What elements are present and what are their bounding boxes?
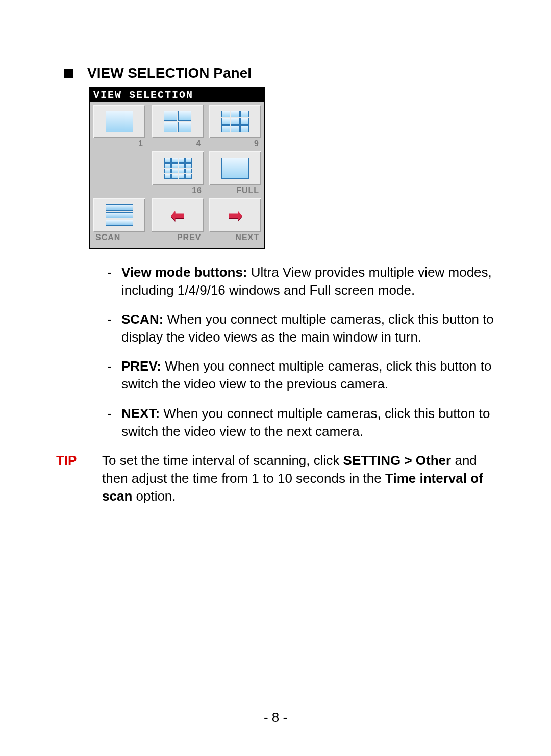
prev-button[interactable]: ⬅ [152, 198, 204, 232]
prev-cell: ⬅ PREV [152, 198, 204, 242]
view-16-button[interactable] [152, 151, 204, 185]
list-item: - SCAN: When you connect multiple camera… [107, 310, 500, 346]
prev-label: PREV [152, 232, 204, 242]
panel-title: VIEW SELECTION [90, 88, 264, 102]
panel-row-3: SCAN ⬅ PREV ➡ NEXT [93, 198, 261, 242]
list-item: - View mode buttons: Ultra View provides… [107, 264, 500, 299]
tip-post: option. [132, 488, 176, 504]
page-number: - 8 - [0, 710, 551, 725]
dash-bullet: - [107, 264, 121, 299]
list-item-body: View mode buttons: Ultra View provides m… [121, 264, 500, 299]
tip-body: To set the time interval of scanning, cl… [102, 452, 500, 505]
panel-body: 1 4 [90, 102, 264, 248]
item-bold: SCAN: [121, 311, 163, 327]
view-9-button[interactable] [209, 105, 261, 138]
next-cell: ➡ NEXT [209, 198, 261, 242]
list-item-body: PREV: When you connect multiple cameras,… [121, 357, 500, 393]
view-1-cell: 1 [93, 105, 145, 148]
arrow-right-icon: ➡ [228, 205, 242, 226]
scan-icon [106, 204, 133, 226]
view-full-cell: FULL [209, 151, 261, 195]
panel-row-2: 16 FULL [93, 151, 261, 195]
tip-label: TIP [56, 452, 102, 505]
bullet-square-icon [64, 69, 73, 78]
panel-row-1: 1 4 [93, 105, 261, 148]
scan-label: SCAN [93, 232, 145, 242]
next-button[interactable]: ➡ [209, 198, 261, 232]
tip-pre: To set the time interval of scanning, cl… [102, 453, 343, 468]
item-text: When you connect multiple cameras, click… [121, 311, 494, 345]
dash-bullet: - [107, 310, 121, 346]
grid-16-icon [163, 157, 193, 180]
item-text: When you connect multiple cameras, click… [121, 358, 491, 392]
item-bold: View mode buttons: [121, 265, 247, 280]
list-item-body: NEXT: When you connect multiple cameras,… [121, 405, 500, 440]
tip-bold-1: SETTING > Other [343, 453, 452, 468]
dash-bullet: - [107, 357, 121, 393]
arrow-left-icon: ⬅ [170, 205, 185, 226]
grid-1-icon [105, 110, 134, 133]
view-full-label: FULL [209, 185, 261, 195]
item-bold: NEXT: [121, 406, 160, 421]
view-4-button[interactable] [152, 105, 204, 138]
panel-container: VIEW SELECTION 1 [89, 87, 500, 249]
view-1-button[interactable] [93, 105, 145, 138]
view-9-label: 9 [209, 138, 261, 148]
list-item: - PREV: When you connect multiple camera… [107, 357, 500, 393]
list-item-body: SCAN: When you connect multiple cameras,… [121, 310, 500, 346]
list-item: - NEXT: When you connect multiple camera… [107, 405, 500, 440]
view-16-cell: 16 [152, 151, 204, 195]
view-4-label: 4 [152, 138, 204, 148]
view-16-label: 16 [152, 185, 204, 195]
next-label: NEXT [209, 232, 261, 242]
dash-bullet: - [107, 405, 121, 440]
section-heading: VIEW SELECTION Panel [64, 65, 500, 82]
grid-9-icon [220, 110, 250, 133]
tip-row: TIP To set the time interval of scanning… [56, 452, 500, 505]
view-4-cell: 4 [152, 105, 204, 148]
grid-4-icon [163, 110, 192, 133]
full-screen-icon [220, 157, 250, 180]
heading-text: VIEW SELECTION Panel [87, 65, 252, 82]
view-full-button[interactable] [209, 151, 261, 185]
view-9-cell: 9 [209, 105, 261, 148]
description-list: - View mode buttons: Ultra View provides… [107, 264, 500, 440]
scan-button[interactable] [93, 198, 145, 232]
item-text: When you connect multiple cameras, click… [121, 406, 490, 439]
view-1-label: 1 [93, 138, 145, 148]
view-selection-panel: VIEW SELECTION 1 [89, 87, 265, 249]
item-bold: PREV: [121, 358, 161, 374]
scan-cell: SCAN [93, 198, 145, 242]
document-page: VIEW SELECTION Panel VIEW SELECTION 1 [0, 0, 551, 756]
